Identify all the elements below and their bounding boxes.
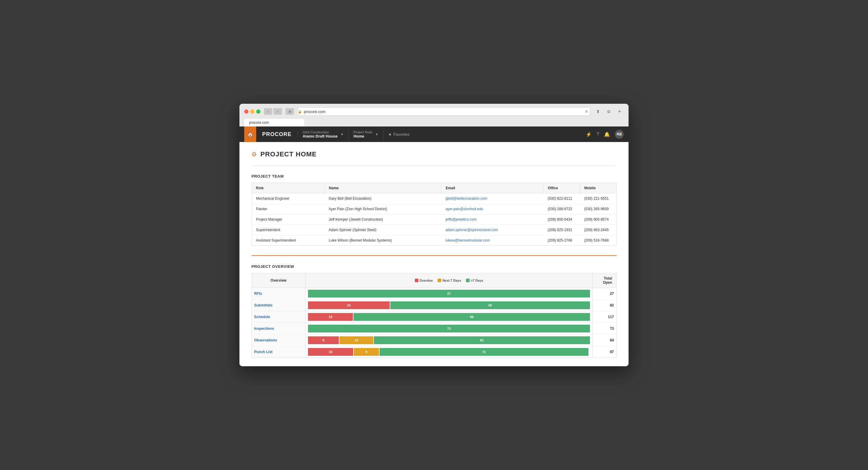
mobile-cell: (209) 516-7668 xyxy=(580,235,617,246)
plugin-icon[interactable]: ⚡ xyxy=(586,132,592,137)
overview-label-cell: Observations xyxy=(252,335,306,346)
nav-right: ⚡ ? 🔔 RB xyxy=(586,130,624,139)
overview-bars-cell: 1998 xyxy=(306,311,593,323)
email-cell[interactable]: gbell@bellexcavation.com xyxy=(441,194,543,204)
overview-link[interactable]: Punch List xyxy=(254,350,272,354)
overview-total-cell: 97 xyxy=(593,346,617,358)
team-table-header: Role Name Email Office Mobile xyxy=(252,183,617,194)
bar-overdue: 19 xyxy=(308,313,353,321)
forward-button[interactable]: › xyxy=(274,108,282,115)
table-row: Mechanical Engineer Gary Bell (Bell Exca… xyxy=(252,194,617,204)
company-dropdown-arrow: ▼ xyxy=(341,133,344,136)
share-button[interactable]: ⬆ xyxy=(594,108,602,115)
table-row: Painter Ayer Pain (Zion High School Dist… xyxy=(252,204,617,214)
settings-icon: ⚙ xyxy=(251,151,257,158)
overview-bars-cell: 91065 xyxy=(306,335,593,346)
col-total-header: Total Open xyxy=(593,273,617,288)
notifications-icon[interactable]: 🔔 xyxy=(604,132,610,137)
overview-link[interactable]: Inspections xyxy=(254,327,274,331)
overview-total-cell: 82 xyxy=(593,300,617,311)
role-cell: Assistant Superintendent xyxy=(252,235,325,246)
address-bar[interactable]: 🔒 procore.com ✕ xyxy=(298,107,590,116)
duplicate-tab-button[interactable]: ⧉ xyxy=(604,108,613,115)
email-cell[interactable]: adam.spinner@spinnersteel.com xyxy=(441,225,543,235)
team-table-body: Mechanical Engineer Gary Bell (Bell Exca… xyxy=(252,194,617,246)
nav-buttons: ‹ › xyxy=(264,108,282,115)
overview-bars-cell: 16972 xyxy=(306,346,593,358)
col-name-header: Name xyxy=(324,183,441,194)
overview-link[interactable]: RFIs xyxy=(254,292,262,296)
email-cell[interactable]: ayer.pain@zionhsd.edu xyxy=(441,204,543,214)
sidebar-toggle-button[interactable]: ⊞ xyxy=(285,108,294,115)
company-dropdown[interactable]: GAS Construction Alamo Draft House ▼ xyxy=(298,127,349,142)
favorites-link[interactable]: ★ Favorites xyxy=(383,132,414,137)
browser-chrome: ‹ › ⊞ 🔒 procore.com ✕ ⬆ ⧉ + procore.com xyxy=(240,104,628,127)
app-container: 🏠 PROCORE GAS Construction Alamo Draft H… xyxy=(240,127,628,366)
legend-cell: Overdue Next 7 Days >7 Days xyxy=(306,273,593,288)
mobile-cell: (530) 265-9659 xyxy=(580,204,617,214)
mobile-cell: (530) 221-5551 xyxy=(580,194,617,204)
overview-bars-cell: 73 xyxy=(306,323,593,335)
back-button[interactable]: ‹ xyxy=(264,108,272,115)
bar-container: 73 xyxy=(308,325,590,333)
help-icon[interactable]: ? xyxy=(596,132,599,137)
clear-url-button[interactable]: ✕ xyxy=(583,108,590,115)
overview-link[interactable]: Submittals xyxy=(254,303,272,307)
next7-legend: Next 7 Days xyxy=(438,279,461,282)
overview-bars-cell: 27 xyxy=(306,288,593,300)
overview-table: Overview Overdue Next 7 Days xyxy=(251,273,617,358)
office-cell: (530) 288-9722 xyxy=(544,204,580,214)
project-team-title: PROJECT TEAM xyxy=(251,174,617,178)
office-cell: (209) 825-1931 xyxy=(544,225,580,235)
legend-items: Overdue Next 7 Days >7 Days xyxy=(310,279,588,282)
browser-controls: ‹ › ⊞ 🔒 procore.com ✕ ⬆ ⧉ + xyxy=(244,107,624,116)
mobile-cell: (209) 905-9574 xyxy=(580,214,617,225)
col-role-header: Role xyxy=(252,183,325,194)
role-cell: Painter xyxy=(252,204,325,214)
bar-container: 91065 xyxy=(308,336,590,344)
overview-row: Submittals 2458 82 xyxy=(252,300,617,311)
overdue-label: Overdue xyxy=(420,279,433,282)
star-icon: ★ xyxy=(388,132,392,137)
overview-total-cell: 84 xyxy=(593,335,617,346)
email-cell[interactable]: jeffk@jewettco.com xyxy=(441,214,543,225)
project-team-section: PROJECT TEAM Role Name Email Office Mobi… xyxy=(251,174,617,246)
header-divider xyxy=(251,165,617,166)
tools-label: Project Tools xyxy=(353,130,372,134)
minimize-window-btn[interactable] xyxy=(250,109,254,113)
overview-total-cell: 117 xyxy=(593,311,617,323)
maximize-window-btn[interactable] xyxy=(256,109,260,113)
tools-dropdown[interactable]: Project Tools Home ▼ xyxy=(349,127,383,142)
bar-gt7: 98 xyxy=(353,313,590,321)
overview-link[interactable]: Observations xyxy=(254,338,277,342)
overview-total-cell: 73 xyxy=(593,323,617,335)
gt7-dot xyxy=(466,279,470,282)
name-cell: Ayer Pain (Zion High School District) xyxy=(324,204,441,214)
email-cell[interactable]: lukew@bennetmodular.com xyxy=(441,235,543,246)
favorites-label: Favorites xyxy=(394,132,409,137)
col-email-header: Email xyxy=(441,183,543,194)
bar-overdue: 9 xyxy=(308,336,339,344)
user-avatar[interactable]: RB xyxy=(615,130,624,139)
top-nav: 🏠 PROCORE GAS Construction Alamo Draft H… xyxy=(240,127,628,142)
home-button[interactable]: 🏠 xyxy=(244,127,256,142)
overview-label-cell: Inspections xyxy=(252,323,306,335)
overdue-legend: Overdue xyxy=(415,279,433,282)
overview-total-cell: 27 xyxy=(593,288,617,300)
main-content: ⚙ PROJECT HOME PROJECT TEAM Role Name Em… xyxy=(240,142,628,366)
table-row: Project Manager Jeff Kemper (Jewett Cons… xyxy=(252,214,617,225)
mobile-cell: (209) 663-2445 xyxy=(580,225,617,235)
tools-dropdown-arrow: ▼ xyxy=(375,133,378,136)
overview-link[interactable]: Schedule xyxy=(254,315,270,319)
overview-label-cell: Punch List xyxy=(252,346,306,358)
name-cell: Jeff Kemper (Jewett Construction) xyxy=(324,214,441,225)
bar-overdue: 16 xyxy=(308,348,353,356)
lock-icon: 🔒 xyxy=(298,110,302,113)
overview-label-cell: RFIs xyxy=(252,288,306,300)
project-overview-section: PROJECT OVERVIEW Overview Overdue xyxy=(251,264,617,358)
bar-overdue: 24 xyxy=(308,301,390,309)
close-window-btn[interactable] xyxy=(244,109,248,113)
new-tab-button[interactable]: + xyxy=(615,108,624,115)
bar-gt7: 27 xyxy=(308,290,590,298)
active-tab[interactable]: procore.com xyxy=(244,119,304,127)
